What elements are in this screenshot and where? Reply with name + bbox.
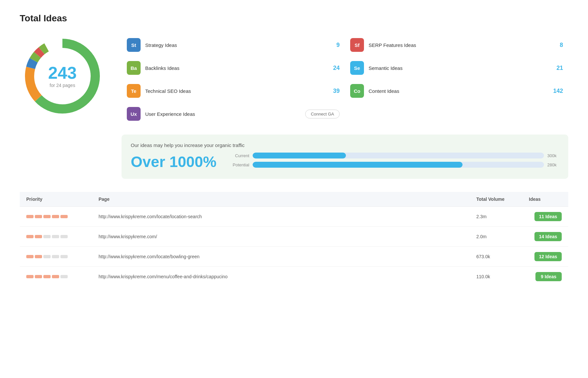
traffic-title: Our ideas may help you increase your org…: [131, 142, 559, 148]
priority-bar-segment: [43, 275, 51, 278]
ideas-right-panel: St Strategy Ideas 9 Ba Backlinks Ideas 2…: [122, 33, 568, 179]
content-label: Content Ideas: [369, 88, 549, 94]
priority-bars: [26, 255, 85, 258]
bar-row-current: Current 300k: [230, 153, 559, 158]
ideas-badge[interactable]: 12 Ideas: [534, 252, 562, 261]
ideas-left-col: St Strategy Ideas 9 Ba Backlinks Ideas 2…: [122, 33, 345, 125]
priority-bar-segment: [60, 215, 68, 218]
technical-badge: Te: [127, 84, 141, 98]
current-value: 300k: [547, 153, 559, 158]
traffic-bars: Current 300k Potential 280k: [230, 153, 559, 171]
serp-badge: Sf: [350, 38, 364, 52]
idea-row-backlinks: Ba Backlinks Ideas 24: [122, 56, 345, 79]
semantic-label: Semantic Ideas: [369, 65, 549, 71]
ideas-cell: 11 Ideas: [522, 207, 568, 227]
ideas-badge[interactable]: 11 Ideas: [534, 212, 562, 221]
priority-bar-segment: [26, 215, 34, 218]
table-row: http://www.krispykreme.com/2.0m14 Ideas: [20, 227, 568, 247]
priority-bar-segment: [60, 235, 68, 238]
priority-bar-segment: [60, 275, 68, 278]
potential-track: [253, 162, 544, 168]
priority-bar-segment: [35, 215, 42, 218]
table-row: http://www.krispykreme.com/locate/locati…: [20, 207, 568, 227]
volume-cell: 2.3m: [470, 207, 522, 227]
table-header-row: Priority Page Total Volume Ideas: [20, 192, 568, 207]
backlinks-count: 24: [330, 65, 340, 72]
volume-cell: 2.0m: [470, 227, 522, 247]
priority-bar-segment: [43, 235, 51, 238]
ideas-badge[interactable]: 14 Ideas: [534, 232, 562, 241]
semantic-count: 21: [553, 65, 563, 72]
potential-value: 280k: [547, 162, 559, 167]
priority-bar-segment: [26, 275, 34, 278]
header-ideas: Ideas: [522, 192, 568, 207]
current-fill: [253, 153, 346, 158]
priority-cell: [20, 267, 92, 287]
serp-label: SERP Features Ideas: [369, 42, 549, 48]
donut-total: 243: [48, 64, 77, 81]
priority-bars: [26, 215, 85, 218]
priority-bar-segment: [35, 255, 42, 258]
top-section: 243 for 24 pages St Strategy Ideas 9 Ba …: [20, 33, 568, 179]
priority-bar-segment: [35, 235, 42, 238]
donut-subtitle: for 24 pages: [48, 83, 77, 88]
potential-label: Potential: [230, 162, 249, 167]
serp-count: 8: [553, 42, 563, 49]
ideas-badge[interactable]: 9 Ideas: [535, 272, 562, 281]
priority-bar-segment: [52, 255, 59, 258]
potential-fill: [253, 162, 463, 168]
traffic-main: Over 1000% Current 300k Potential: [131, 153, 559, 171]
idea-row-technical: Te Technical SEO Ideas 39: [122, 79, 345, 102]
priority-cell: [20, 227, 92, 247]
ideas-cell: 12 Ideas: [522, 247, 568, 267]
page-url-cell: http://www.krispykreme.com/menu/coffee-a…: [92, 267, 470, 287]
semantic-badge: Se: [350, 61, 364, 75]
table-row: http://www.krispykreme.com/locate/bowlin…: [20, 247, 568, 267]
backlinks-badge: Ba: [127, 61, 141, 75]
technical-label: Technical SEO Ideas: [145, 88, 325, 94]
content-badge: Co: [350, 84, 364, 98]
page-title: Total Ideas: [20, 13, 568, 24]
strategy-label: Strategy Ideas: [145, 42, 325, 48]
idea-row-strategy: St Strategy Ideas 9: [122, 33, 345, 56]
priority-bar-segment: [35, 275, 42, 278]
strategy-count: 9: [330, 42, 340, 49]
header-priority: Priority: [20, 192, 92, 207]
priority-cell: [20, 247, 92, 267]
bar-row-potential: Potential 280k: [230, 162, 559, 168]
volume-cell: 110.0k: [470, 267, 522, 287]
priority-cell: [20, 207, 92, 227]
priority-bar-segment: [52, 275, 59, 278]
priority-bar-segment: [43, 255, 51, 258]
header-page: Page: [92, 192, 470, 207]
donut-chart: 243 for 24 pages: [20, 33, 105, 119]
ux-label: User Experience Ideas: [145, 111, 298, 117]
volume-cell: 673.0k: [470, 247, 522, 267]
page-url-cell: http://www.krispykreme.com/: [92, 227, 470, 247]
backlinks-label: Backlinks Ideas: [145, 65, 325, 71]
idea-row-content: Co Content Ideas 142: [345, 79, 568, 102]
ideas-grid: St Strategy Ideas 9 Ba Backlinks Ideas 2…: [122, 33, 568, 125]
priority-bar-segment: [26, 255, 34, 258]
idea-row-semantic: Se Semantic Ideas 21: [345, 56, 568, 79]
header-volume: Total Volume: [470, 192, 522, 207]
page-url-cell: http://www.krispykreme.com/locate/locati…: [92, 207, 470, 227]
ideas-right-col: Sf SERP Features Ideas 8 Se Semantic Ide…: [345, 33, 568, 125]
traffic-percent: Over 1000%: [131, 154, 216, 169]
strategy-badge: St: [127, 38, 141, 52]
content-count: 142: [553, 88, 563, 94]
connect-ga-button[interactable]: Connect GA: [305, 110, 340, 118]
priority-bar-segment: [43, 215, 51, 218]
current-track: [253, 153, 544, 158]
table-row: http://www.krispykreme.com/menu/coffee-a…: [20, 267, 568, 287]
ux-badge: Ux: [127, 107, 141, 121]
ideas-cell: 9 Ideas: [522, 267, 568, 287]
idea-row-serp: Sf SERP Features Ideas 8: [345, 33, 568, 56]
priority-bar-segment: [52, 215, 59, 218]
priority-bar-segment: [26, 235, 34, 238]
priority-bar-segment: [52, 235, 59, 238]
idea-row-ux: Ux User Experience Ideas Connect GA: [122, 102, 345, 125]
donut-center: 243 for 24 pages: [48, 64, 77, 88]
priority-bars: [26, 235, 85, 238]
priority-bars: [26, 275, 85, 278]
